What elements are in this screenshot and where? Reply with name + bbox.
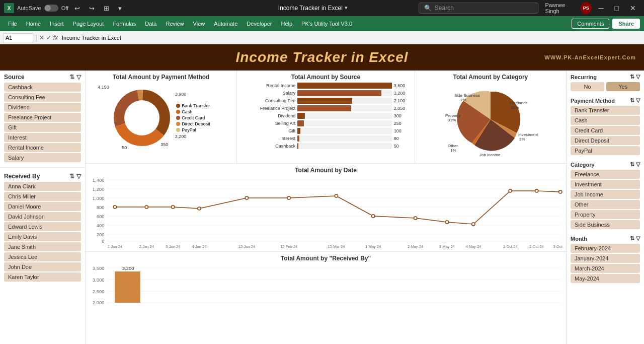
list-item[interactable]: Edward Lewis (4, 222, 81, 231)
month-sort-icon[interactable]: ⇅ (630, 235, 634, 242)
list-item[interactable]: Side Business (571, 220, 640, 229)
comments-button[interactable]: Comments (572, 19, 609, 29)
category-filter-icon[interactable]: ▽ (636, 161, 640, 168)
data-point (198, 207, 201, 210)
hbar-fill (297, 128, 300, 134)
list-item[interactable]: Investment (571, 180, 640, 189)
more-commands-button[interactable]: ▾ (115, 4, 125, 13)
autosave-toggle[interactable] (44, 5, 58, 12)
ribbon-tab-view[interactable]: View (189, 19, 209, 29)
recurring-yes[interactable]: Yes (606, 82, 640, 91)
close-button[interactable]: ✕ (626, 3, 640, 13)
list-item[interactable]: Credit Card (571, 126, 640, 135)
donut-label-4150: 4,150 (98, 85, 109, 90)
pie-label-property-pct: 31% (448, 118, 456, 122)
list-item[interactable]: Bank Transfer (571, 106, 640, 115)
list-item[interactable]: May-2024 (571, 274, 640, 283)
list-item[interactable]: Karen Taylor (4, 272, 81, 282)
recurring-no[interactable]: No (571, 82, 604, 91)
list-item[interactable]: Other (571, 200, 640, 209)
x-label: 3-Oct-24 (553, 245, 563, 249)
dashboard-title: Income Tracker in Excel (235, 49, 408, 65)
data-point (145, 205, 148, 209)
hbar-label: Consulting Fee (240, 98, 295, 103)
redo-button[interactable]: ↪ (86, 4, 98, 13)
list-item[interactable]: March-2024 (571, 264, 640, 273)
legend-label: Direct Deposit (182, 121, 210, 126)
recurring-sort-icon[interactable]: ⇅ (630, 74, 634, 80)
ribbon-tab-automate[interactable]: Automate (210, 19, 242, 29)
list-item[interactable]: Freelance Project (4, 113, 81, 122)
received-by-header: Received By ⇅ ▽ (4, 173, 81, 180)
list-item[interactable]: Gift (4, 123, 81, 132)
file-title-dropdown[interactable]: ▾ (345, 5, 348, 12)
list-item[interactable]: February-2024 (571, 244, 640, 253)
quick-access-button[interactable]: ⊞ (101, 4, 112, 13)
chart4-title: Total Amount by Date (89, 167, 563, 174)
share-button[interactable]: Share (612, 19, 640, 29)
source-sort-icon[interactable]: ⇅ (69, 74, 74, 81)
list-item[interactable]: Daniel Moore (4, 202, 81, 211)
minimize-button[interactable]: ─ (595, 3, 608, 13)
restore-button[interactable]: □ (611, 3, 623, 13)
hbar-fill (297, 98, 352, 104)
received-sort-icon[interactable]: ⇅ (69, 173, 74, 180)
cell-reference[interactable]: A1 (3, 33, 33, 42)
list-item[interactable]: January-2024 (571, 254, 640, 263)
ribbon-tab-help[interactable]: Help (277, 19, 296, 29)
excel-icon: X (4, 3, 14, 13)
list-item[interactable]: Emily Davis (4, 232, 81, 241)
search-box[interactable]: 🔍 Search (419, 3, 538, 14)
ribbon-tab-file[interactable]: File (4, 19, 21, 29)
list-item[interactable]: Cash (571, 116, 640, 125)
donut-legend: Bank Transfer Cash Credit Card (176, 103, 210, 132)
list-item[interactable]: Chris Miller (4, 192, 81, 201)
legend-label: Credit Card (182, 115, 205, 120)
list-item[interactable]: Job Income (571, 190, 640, 199)
confirm-formula-button[interactable]: ✓ (46, 34, 51, 41)
hbar-label: Dividend (240, 113, 295, 118)
ribbon-tab-pk-utility[interactable]: PK's Utility Tool V3.0 (297, 19, 356, 29)
file-title: Income Tracker in Excel (278, 5, 343, 12)
list-item[interactable]: Property (571, 210, 640, 219)
list-item[interactable]: Jessica Lee (4, 252, 81, 261)
payment-sort-icon[interactable]: ⇅ (630, 97, 634, 104)
list-item[interactable]: Rental Income (4, 143, 81, 152)
undo-button[interactable]: ↩ (71, 4, 83, 13)
payment-filter-icon[interactable]: ▽ (636, 97, 640, 104)
data-point (509, 189, 512, 192)
list-item[interactable]: Cashback (4, 83, 81, 92)
ribbon-tab-review[interactable]: Review (162, 19, 188, 29)
ribbon-tab-developer[interactable]: Developer (243, 19, 276, 29)
user-avatar[interactable]: PS (581, 2, 592, 14)
ribbon-tab-page-layout[interactable]: Page Layout (69, 19, 108, 29)
list-item[interactable]: Anna Clark (4, 182, 81, 191)
list-item[interactable]: Salary (4, 153, 81, 162)
list-item[interactable]: Interest (4, 133, 81, 142)
title-bar-right: 🔍 Search Pawnee Singh PS ─ □ ✕ (419, 2, 640, 14)
month-filter-icon[interactable]: ▽ (636, 235, 640, 242)
formula-bar-separator: | (35, 34, 37, 42)
list-item[interactable]: David Johnson (4, 212, 81, 221)
formula-input[interactable]: Income Tracker in Excel (60, 34, 641, 42)
list-item[interactable]: Freelance (571, 170, 640, 179)
list-item[interactable]: Dividend (4, 103, 81, 112)
list-item[interactable]: PayPal (571, 146, 640, 155)
ribbon-tab-home[interactable]: Home (22, 19, 45, 29)
received-filter-icon[interactable]: ▽ (76, 173, 81, 180)
username: Pawnee Singh (545, 2, 578, 14)
ribbon-tab-formulas[interactable]: Formulas (109, 19, 140, 29)
donut-label-3980: 3,980 (175, 92, 187, 97)
source-filter-icon[interactable]: ▽ (76, 74, 81, 81)
chart-source: Total Amount by Source Rental Income 3,6… (237, 71, 415, 163)
list-item[interactable]: Consulting Fee (4, 93, 81, 102)
list-item[interactable]: Jane Smith (4, 242, 81, 251)
source-icons: ⇅ ▽ (69, 74, 81, 81)
cancel-formula-button[interactable]: ✕ (39, 34, 44, 41)
ribbon-tab-insert[interactable]: Insert (46, 19, 68, 29)
list-item[interactable]: Direct Deposit (571, 136, 640, 145)
recurring-filter-icon[interactable]: ▽ (636, 74, 640, 80)
list-item[interactable]: John Doe (4, 262, 81, 271)
ribbon-tab-data[interactable]: Data (141, 19, 160, 29)
category-sort-icon[interactable]: ⇅ (630, 161, 634, 168)
